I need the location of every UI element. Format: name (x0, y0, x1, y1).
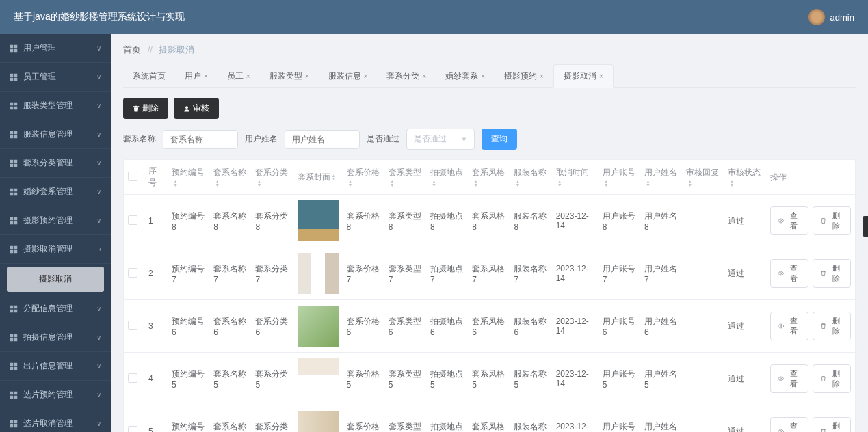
th-location[interactable]: 拍摄地点▲▼ (426, 160, 468, 195)
row-checkbox[interactable] (128, 426, 137, 433)
tab[interactable]: 服装信息× (319, 64, 378, 87)
th-dress[interactable]: 服装名称▲▼ (510, 160, 551, 195)
sidebar-item[interactable]: 服装信息管理∨ (0, 120, 111, 149)
svg-rect-10 (10, 106, 14, 109)
row-delete-button[interactable]: 删除 (813, 206, 851, 235)
chevron-icon: ∨ (96, 131, 101, 138)
eye-icon (778, 375, 784, 382)
row-checkbox[interactable] (128, 268, 137, 278)
cell-reply (682, 195, 724, 247)
checkbox-all[interactable] (128, 172, 137, 181)
tab[interactable]: 套系分类× (377, 64, 436, 87)
delete-label: 删除 (142, 103, 159, 114)
close-icon[interactable]: × (364, 72, 368, 80)
search-input-username[interactable] (285, 130, 360, 149)
view-button[interactable]: 查看 (770, 259, 808, 288)
th-setcat[interactable]: 套系分类▲▼ (251, 160, 293, 195)
sidebar-item[interactable]: 用户管理∨ (0, 34, 111, 63)
th-type[interactable]: 套系类型▲▼ (384, 160, 426, 195)
sidebar-item[interactable]: 拍摄信息管理∨ (0, 323, 111, 352)
close-icon[interactable]: × (204, 72, 208, 80)
search-select-pass[interactable]: 是否通过 ▼ (406, 129, 475, 150)
search-button[interactable]: 查询 (482, 129, 517, 150)
svg-rect-18 (10, 163, 14, 167)
close-icon[interactable]: × (305, 72, 309, 80)
tab[interactable]: 摄影预约× (495, 64, 553, 87)
sidebar-item[interactable]: 摄影取消管理‹ (0, 235, 111, 264)
th-account[interactable]: 用户账号▲▼ (599, 160, 640, 195)
tab[interactable]: 服装类型× (260, 64, 319, 87)
trash-icon (820, 428, 826, 432)
th-status[interactable]: 审核状态▲▼ (724, 160, 765, 195)
th-setname[interactable]: 套系名称▲▼ (209, 160, 251, 195)
close-icon[interactable]: × (540, 72, 544, 80)
tab[interactable]: 婚纱套系× (436, 64, 495, 87)
th-cover[interactable]: 套系封面▲▼ (293, 160, 343, 195)
row-delete-button[interactable]: 删除 (813, 364, 851, 393)
view-button[interactable]: 查看 (770, 417, 808, 432)
sidebar-item[interactable]: 选片预约管理∨ (0, 381, 111, 409)
audit-button[interactable]: 审核 (174, 98, 219, 119)
cell-yycode: 预约编号6 (168, 300, 209, 353)
cell-setcat: 套系分类6 (251, 300, 293, 353)
view-button[interactable]: 查看 (770, 312, 808, 340)
tab[interactable]: 摄影取消× (553, 64, 614, 88)
sidebar-subitem[interactable]: 摄影取消 (7, 267, 104, 292)
close-icon[interactable]: × (599, 72, 603, 80)
th-seq[interactable]: 序号 (144, 160, 168, 195)
close-icon[interactable]: × (422, 72, 426, 80)
th-reply[interactable]: 审核回复▲▼ (682, 160, 724, 195)
cell-username: 用户姓名8 (640, 195, 682, 247)
row-checkbox[interactable] (128, 215, 137, 225)
breadcrumb-current: 摄影取消 (159, 44, 194, 55)
scroll-indicator[interactable] (863, 216, 868, 237)
svg-rect-12 (10, 131, 14, 134)
sidebar-item[interactable]: 摄影预约管理∨ (0, 206, 111, 235)
sidebar-item[interactable]: 选片取消管理∨ (0, 409, 111, 432)
row-checkbox[interactable] (128, 321, 137, 330)
svg-rect-0 (10, 44, 14, 48)
row-delete-button[interactable]: 删除 (813, 259, 851, 288)
sidebar-item[interactable]: 套系分类管理∨ (0, 149, 111, 178)
view-button[interactable]: 查看 (770, 206, 808, 235)
tab[interactable]: 系统首页 (123, 64, 175, 87)
view-button[interactable]: 查看 (770, 364, 808, 393)
th-yycode[interactable]: 预约编号▲▼ (168, 160, 209, 195)
trash-icon (820, 375, 826, 382)
row-delete-button[interactable]: 删除 (813, 312, 851, 340)
cover-image (298, 411, 339, 432)
sidebar-item[interactable]: 服装类型管理∨ (0, 92, 111, 120)
row-delete-button[interactable]: 删除 (813, 417, 851, 432)
tabs: 系统首页用户×员工×服装类型×服装信息×套系分类×婚纱套系×摄影预约×摄影取消× (123, 64, 856, 88)
close-icon[interactable]: × (481, 72, 485, 80)
trash-icon (820, 323, 826, 329)
svg-rect-48 (10, 420, 14, 423)
cell-status: 通过 (724, 247, 765, 300)
breadcrumb-home[interactable]: 首页 (123, 44, 141, 55)
svg-rect-11 (14, 106, 18, 109)
tab[interactable]: 用户× (175, 64, 218, 87)
grid-icon (10, 391, 18, 399)
delete-button[interactable]: 删除 (123, 98, 168, 119)
row-checkbox[interactable] (128, 373, 137, 383)
sidebar-item[interactable]: 婚纱套系管理∨ (0, 178, 111, 206)
select-placeholder: 是否通过 (414, 133, 447, 145)
svg-rect-3 (14, 49, 18, 52)
chevron-down-icon: ▼ (461, 136, 467, 143)
tab[interactable]: 员工× (218, 64, 260, 87)
sidebar-item[interactable]: 员工管理∨ (0, 63, 111, 92)
close-icon[interactable]: × (246, 72, 250, 80)
th-canceltime[interactable]: 取消时间▲▼ (552, 160, 599, 195)
sidebar-item[interactable]: 出片信息管理∨ (0, 352, 111, 381)
cell-setname: 套系名称7 (209, 247, 251, 300)
header-user[interactable]: admin (808, 9, 854, 25)
cover-image (298, 306, 339, 347)
search-input-setname[interactable] (163, 130, 238, 149)
svg-rect-5 (14, 73, 18, 77)
table: 序号 预约编号▲▼ 套系名称▲▼ 套系分类▲▼ 套系封面▲▼ 套系价格▲▼ 套系… (123, 159, 856, 432)
th-price[interactable]: 套系价格▲▼ (343, 160, 384, 195)
th-username[interactable]: 用户姓名▲▼ (640, 160, 682, 195)
sort-icon: ▲▼ (646, 180, 650, 187)
sidebar-item[interactable]: 分配信息管理∨ (0, 295, 111, 323)
th-style[interactable]: 套系风格▲▼ (468, 160, 510, 195)
